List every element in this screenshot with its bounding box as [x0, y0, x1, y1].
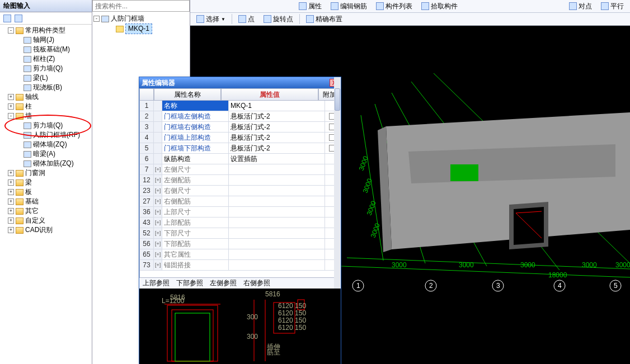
- property-row[interactable]: 36[+]上部尺寸: [140, 207, 340, 218]
- property-row[interactable]: 12[+]左侧配筋: [140, 175, 340, 186]
- toolbar-button[interactable]: 属性: [296, 1, 325, 12]
- tree-row[interactable]: 剪力墙(Q): [1, 121, 92, 130]
- tree-row[interactable]: +自定义: [1, 216, 92, 225]
- prop-value[interactable]: [229, 196, 325, 206]
- property-row[interactable]: 73[+]锚固搭接: [140, 260, 340, 271]
- expand-icon[interactable]: +: [8, 94, 14, 100]
- property-row[interactable]: 52[+]下部尺寸: [140, 228, 340, 239]
- toolbar-button[interactable]: 平行: [598, 1, 627, 12]
- expand-icon[interactable]: +: [8, 189, 14, 195]
- expand-toggle[interactable]: [+]: [154, 228, 162, 238]
- tree-row[interactable]: 框柱(Z): [1, 54, 92, 64]
- expand-icon[interactable]: +: [8, 103, 14, 110]
- tree-row[interactable]: 剪力墙(Q): [1, 64, 92, 73]
- prop-value[interactable]: [229, 164, 325, 174]
- tree-row[interactable]: +基础: [1, 197, 92, 206]
- rotate-point-button[interactable]: 旋转点: [261, 13, 296, 25]
- collapse-icon[interactable]: -: [8, 27, 14, 34]
- property-row[interactable]: 5门框墙下部构造悬板活门式-2: [140, 143, 340, 154]
- expand-toggle[interactable]: [+]: [154, 207, 162, 217]
- tree-row[interactable]: -常用构件类型: [1, 26, 92, 35]
- tree-row[interactable]: - 人防门框墙: [93, 14, 190, 23]
- property-row[interactable]: 1名称MKQ-1: [140, 101, 340, 111]
- property-row[interactable]: 56[+]下部配筋: [140, 239, 340, 249]
- tool-icon[interactable]: [3, 15, 11, 22]
- select-button[interactable]: 选择▼: [194, 13, 228, 25]
- tree-row[interactable]: 梁(L): [1, 73, 92, 83]
- tree-row[interactable]: MKQ-1: [93, 23, 190, 34]
- tree-row[interactable]: +梁: [1, 178, 92, 187]
- prop-value[interactable]: [229, 239, 325, 249]
- expand-icon[interactable]: +: [8, 198, 14, 205]
- prop-value[interactable]: [229, 260, 325, 270]
- expand-toggle[interactable]: [+]: [154, 249, 162, 259]
- expand-icon[interactable]: +: [8, 179, 14, 186]
- property-row[interactable]: 65[+]其它属性: [140, 249, 340, 260]
- scrollbar-thumb[interactable]: [335, 101, 340, 111]
- expand-toggle[interactable]: [+]: [154, 260, 162, 270]
- precise-place-button[interactable]: 精确布置: [303, 13, 345, 25]
- footer-link[interactable]: 右侧参照: [243, 278, 270, 288]
- expand-icon[interactable]: +: [8, 170, 14, 176]
- expand-toggle[interactable]: [+]: [154, 218, 162, 228]
- expand-icon[interactable]: +: [8, 208, 14, 214]
- tool-icon[interactable]: [15, 15, 22, 22]
- col-value[interactable]: 属性值: [221, 88, 318, 101]
- prop-value[interactable]: 悬板活门式-2: [229, 122, 325, 132]
- expand-toggle[interactable]: [+]: [154, 196, 162, 206]
- collapse-icon[interactable]: -: [8, 113, 14, 119]
- property-row[interactable]: 27[+]右侧配筋: [140, 196, 340, 207]
- property-row[interactable]: 23[+]右侧尺寸: [140, 186, 340, 196]
- prop-value[interactable]: [229, 175, 325, 185]
- tree-row[interactable]: 暗梁(A): [1, 149, 92, 159]
- expand-toggle[interactable]: [+]: [154, 239, 162, 249]
- tree-row[interactable]: 砌体加筋(ZQ): [1, 159, 92, 168]
- toolbar-button[interactable]: 拾取构件: [419, 1, 460, 12]
- property-row[interactable]: 7[+]左侧尺寸: [140, 164, 340, 175]
- prop-value[interactable]: [229, 218, 325, 228]
- tree-row[interactable]: +其它: [1, 206, 92, 216]
- property-row[interactable]: 3门框墙右侧构造悬板活门式-2: [140, 122, 340, 133]
- tree-row[interactable]: 现浇板(B): [1, 83, 92, 92]
- tree-row[interactable]: 砌体墙(ZQ): [1, 140, 92, 149]
- tree-row[interactable]: +CAD识别: [1, 225, 92, 235]
- prop-value[interactable]: [229, 228, 325, 238]
- col-name[interactable]: 属性名称: [154, 88, 221, 101]
- property-row[interactable]: 4门框墙上部构造悬板活门式-2: [140, 133, 340, 143]
- search-input[interactable]: [92, 0, 190, 12]
- prop-value[interactable]: 悬板活门式-2: [229, 143, 325, 153]
- tree-row[interactable]: +轴线: [1, 92, 92, 102]
- toolbar-button[interactable]: 对点: [566, 1, 595, 12]
- tree-row[interactable]: +板: [1, 187, 92, 197]
- property-row[interactable]: 6纵筋构造设置插筋: [140, 154, 340, 164]
- tree-row[interactable]: -墙: [1, 111, 92, 121]
- expand-toggle[interactable]: [+]: [154, 164, 162, 174]
- tree-row[interactable]: +柱: [1, 102, 92, 111]
- point-button[interactable]: 点: [236, 13, 257, 25]
- toolbar-button[interactable]: 构件列表: [373, 1, 415, 12]
- prop-value[interactable]: MKQ-1: [229, 101, 325, 111]
- toolbar-button[interactable]: 编辑钢筋: [328, 1, 370, 12]
- tree-row[interactable]: 轴网(J): [1, 35, 92, 45]
- property-grid[interactable]: 1名称MKQ-12门框墙左侧构造悬板活门式-23门框墙右侧构造悬板活门式-24门…: [139, 101, 341, 277]
- prop-value[interactable]: 悬板活门式-2: [229, 111, 325, 121]
- scrollbar[interactable]: [334, 101, 341, 277]
- property-row[interactable]: 2门框墙左侧构造悬板活门式-2: [140, 111, 340, 122]
- footer-link[interactable]: 左侧参照: [210, 278, 237, 288]
- tree-row[interactable]: 筏板基础(M): [1, 45, 92, 54]
- property-row[interactable]: 43[+]上部配筋: [140, 218, 340, 228]
- dialog-titlebar[interactable]: 属性编辑器 X: [139, 77, 341, 88]
- prop-value[interactable]: [229, 249, 325, 259]
- expand-toggle[interactable]: [+]: [154, 175, 162, 185]
- footer-link[interactable]: 上部参照: [143, 278, 170, 288]
- prop-value[interactable]: 悬板活门式-2: [229, 133, 325, 143]
- expand-toggle[interactable]: [+]: [154, 186, 162, 196]
- prop-value[interactable]: [229, 207, 325, 217]
- prop-value[interactable]: [229, 186, 325, 196]
- tree-row[interactable]: +门窗洞: [1, 168, 92, 178]
- prop-value[interactable]: 设置插筋: [229, 154, 325, 164]
- expand-icon[interactable]: +: [8, 218, 14, 224]
- tree-row[interactable]: 人防门框墙(RF): [1, 130, 92, 140]
- expand-icon[interactable]: +: [8, 227, 14, 233]
- collapse-icon[interactable]: -: [93, 16, 100, 22]
